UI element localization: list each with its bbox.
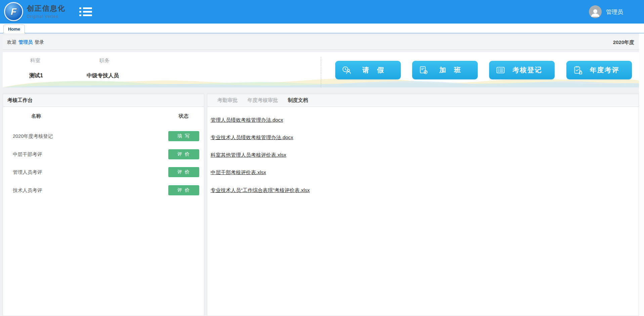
evaluate-button[interactable]: 评 价 [168,185,199,195]
workbench-row-name: 2020年度考核登记 [13,133,53,140]
welcome-prefix: 欢迎 [7,39,16,45]
user-name: 管理员 [606,8,623,16]
workbench-row-name: 技术人员考评 [13,187,42,194]
document-link[interactable]: 专业技术人员“工作综合表现”考核评价表.xlsx [211,187,310,194]
page: F 创正信息化 Original Vertex 管理员 Home [0,0,644,316]
logo-glyph: F [11,6,16,17]
documents-panel-header: 考勤审批 年度考核审批 制度文档 [207,94,639,107]
fill-in-button[interactable]: 填 写 [168,131,199,141]
workbench-panel: 考核工作台 名称 状态 2020年度考核登记 填 写 中层干部考评 评 价 管理… [3,94,204,316]
documents-panel-tabs: 考勤审批 年度考核审批 制度文档 [217,97,308,104]
tab-home[interactable]: Home [3,25,25,33]
top-bar: F 创正信息化 Original Vertex 管理员 [0,0,644,24]
dept-value: 测试1 [29,72,43,79]
document-link[interactable]: 中层干部考核评价表.xlsx [211,169,266,176]
overtime-icon [418,65,429,76]
title-label: 职务 [99,57,110,64]
workbench-row-name: 管理人员考评 [13,169,42,175]
document-link[interactable]: 科室其他管理人员考核评价表.xlsx [211,152,286,158]
user-avatar-icon [589,5,602,18]
app-subtitle: Original Vertex [27,14,66,19]
annual-review-icon [572,65,583,76]
dept-label: 科室 [30,57,40,64]
workbench-title: 考核工作台 [7,97,33,104]
tab-policy-documents[interactable]: 制度文档 [288,97,308,104]
welcome-bar: 欢迎 管理员 登录 2020年度 [3,35,639,50]
evaluate-button[interactable]: 评 价 [168,167,199,177]
documents-panel: 考勤审批 年度考核审批 制度文档 管理人员绩效考核管理办法.docx 专业技术人… [207,94,639,316]
year-label: 2020年度 [613,39,634,46]
action-button-label: 年度考评 [583,66,626,75]
document-link[interactable]: 管理人员绩效考核管理办法.docx [211,117,283,123]
dashed-divider [321,57,321,87]
title-value: 中级专技人员 [87,72,119,79]
tab-strip [0,24,644,33]
action-button-label: 请 假 [352,66,395,75]
brand-block: 创正信息化 Original Vertex [27,4,66,19]
welcome-suffix: 登录 [35,39,44,45]
action-button-label: 加 班 [429,66,472,75]
profile-card: 科室 职务 测试1 中级专技人员 请 假 加 班 考核登记 [3,52,639,87]
assessment-register-button[interactable]: 考核登记 [489,61,555,79]
annual-review-button[interactable]: 年度考评 [566,61,632,79]
document-link[interactable]: 专业技术人员绩效考核管理办法.docx [211,134,293,141]
tab-attendance-approval[interactable]: 考勤审批 [217,97,238,104]
column-header-status: 状态 [179,113,188,119]
menu-button[interactable] [79,7,92,16]
workbench-row-name: 中层干部考评 [13,151,42,158]
overtime-button[interactable]: 加 班 [412,61,478,79]
leave-request-icon [341,65,352,76]
leave-request-button[interactable]: 请 假 [335,61,401,79]
tab-annual-assessment-approval[interactable]: 年度考核审批 [248,97,278,104]
logo-icon: F [4,2,23,21]
column-header-name: 名称 [31,113,41,119]
scrollbar-track[interactable] [639,33,644,316]
welcome-text: 欢迎 管理员 登录 [7,39,44,45]
action-button-label: 考核登记 [506,66,549,75]
workbench-panel-header: 考核工作台 [3,94,204,107]
assessment-register-icon [495,65,506,76]
menu-icon [79,7,92,16]
evaluate-button[interactable]: 评 价 [168,149,199,159]
welcome-user-link[interactable]: 管理员 [18,39,33,45]
app-title: 创正信息化 [27,4,66,13]
user-menu[interactable]: 管理员 [589,5,623,18]
